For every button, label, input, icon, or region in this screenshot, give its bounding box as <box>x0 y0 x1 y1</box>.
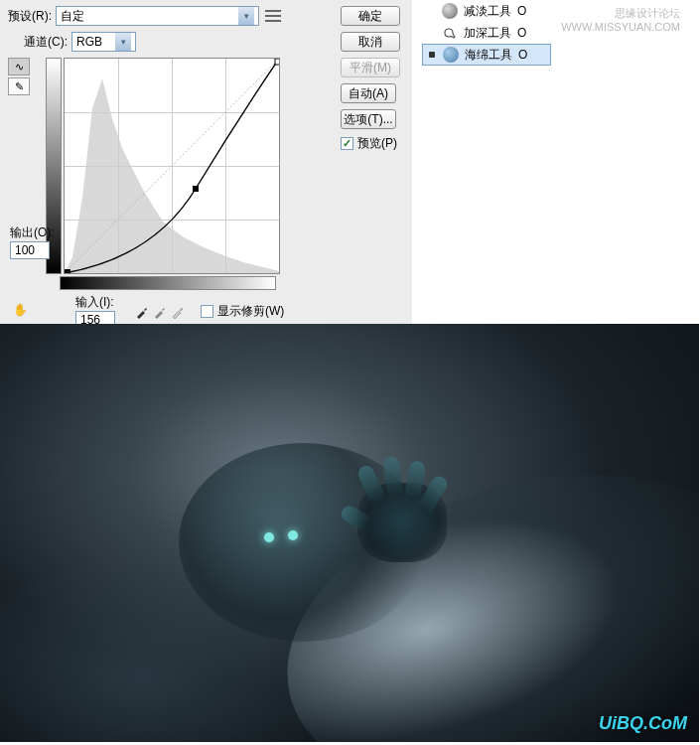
tool-key: O <box>518 48 527 62</box>
chevron-down-icon: ▾ <box>115 33 131 51</box>
svg-rect-4 <box>275 59 279 65</box>
white-point-eyedropper-icon[interactable] <box>169 303 187 321</box>
sponge-icon <box>443 47 459 63</box>
svg-line-1 <box>65 59 279 273</box>
input-label: 输入(I): <box>75 294 114 311</box>
curves-graph[interactable] <box>64 58 280 274</box>
tool-label: 减淡工具 <box>464 3 511 20</box>
curves-dialog: 预设(R): 自定 ▾ 确定 取消 平滑(M) 自动(A) 选项(T)... ✓… <box>0 0 412 324</box>
tool-label: 海绵工具 <box>465 47 512 64</box>
curve-tool-icon[interactable]: ∿ <box>8 58 30 75</box>
burn-icon <box>442 25 458 41</box>
preview-checkbox-row[interactable]: ✓ 预览(P) <box>341 135 410 152</box>
curve-path <box>65 59 279 273</box>
watermark-area: 思缘设计论坛 WWW.MISSYUAN.COM <box>551 0 700 324</box>
channel-value: RGB <box>76 35 102 49</box>
tools-flyout: 减淡工具 O 加深工具 O 海绵工具 O <box>422 0 551 324</box>
options-button[interactable]: 选项(T)... <box>341 109 396 129</box>
show-clipping-label: 显示修剪(W) <box>217 303 284 320</box>
svg-rect-2 <box>193 186 199 192</box>
hand-shape <box>357 483 447 562</box>
artwork-image: UiBQ.CoM <box>0 324 699 742</box>
output-input[interactable] <box>10 241 50 259</box>
tool-item-burn[interactable]: 加深工具 O <box>422 22 551 44</box>
dodge-icon <box>442 3 458 19</box>
preview-checkbox[interactable]: ✓ <box>341 137 353 150</box>
cancel-button[interactable]: 取消 <box>341 32 400 52</box>
output-label: 输出(O): <box>10 224 55 241</box>
bullet-icon <box>429 52 435 58</box>
show-clipping-row[interactable]: 显示修剪(W) <box>201 303 284 320</box>
channel-label: 通道(C): <box>24 34 68 51</box>
tool-item-dodge[interactable]: 减淡工具 O <box>422 0 551 22</box>
auto-button[interactable]: 自动(A) <box>341 83 396 103</box>
input-gradient <box>60 276 276 290</box>
pencil-tool-icon[interactable]: ✎ <box>8 77 30 95</box>
preset-value: 自定 <box>61 8 84 25</box>
tool-key: O <box>517 4 526 18</box>
tool-label: 加深工具 <box>464 25 511 42</box>
show-clipping-checkbox[interactable] <box>201 305 213 318</box>
preset-label: 预设(R): <box>8 8 52 25</box>
tool-item-sponge[interactable]: 海绵工具 O <box>422 44 551 66</box>
watermark-bottom: UiBQ.CoM <box>599 713 687 734</box>
preset-select[interactable]: 自定 ▾ <box>56 6 259 26</box>
channel-select[interactable]: RGB ▾ <box>71 32 136 52</box>
preview-label: 预览(P) <box>357 135 397 152</box>
gray-point-eyedropper-icon[interactable] <box>151 303 169 321</box>
ok-button[interactable]: 确定 <box>341 6 400 26</box>
preset-menu-icon[interactable] <box>265 10 281 22</box>
hand-tool-icon[interactable]: ✋ <box>10 300 30 320</box>
smooth-button: 平滑(M) <box>341 58 400 77</box>
watermark-top: 思缘设计论坛 WWW.MISSYUAN.COM <box>551 6 700 33</box>
svg-rect-3 <box>65 269 70 273</box>
chevron-down-icon: ▾ <box>238 7 254 25</box>
tool-key: O <box>517 26 526 40</box>
black-point-eyedropper-icon[interactable] <box>133 303 151 321</box>
